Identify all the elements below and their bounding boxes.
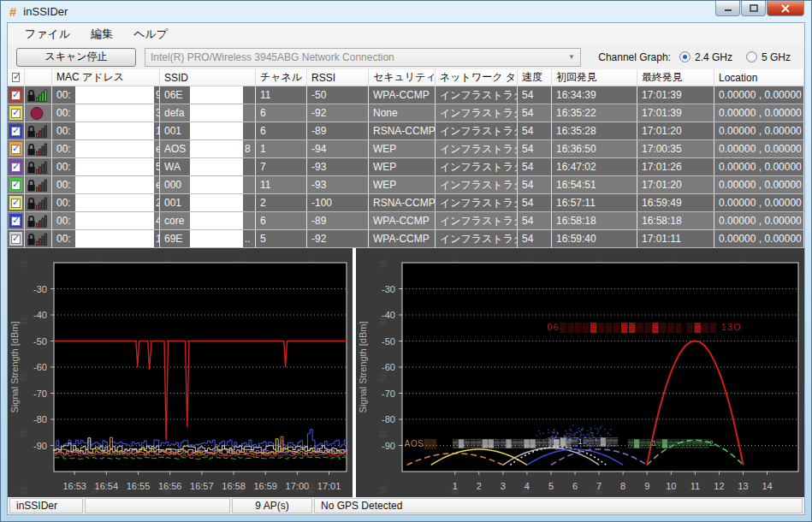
table-row[interactable]: 00:9706E11-50WPA-CCMPインフラストラクチャ5416:34:3… [8, 86, 804, 104]
column-header-0[interactable]: MAC アドレス [52, 69, 160, 86]
svg-text:8: 8 [620, 481, 625, 491]
channel-graph-pane: -90-80-70-60-50-40-301234567891011121314… [356, 248, 804, 497]
ssid-suffix: 8 [243, 143, 251, 155]
svg-text:16:59: 16:59 [253, 481, 277, 491]
row-checkbox-box[interactable] [11, 127, 21, 136]
column-header-7[interactable]: 初回発見 [552, 69, 637, 86]
row-checkbox-box[interactable] [11, 181, 21, 190]
column-header-1[interactable]: SSID [160, 69, 256, 86]
ssid-prefix: 000 [164, 179, 190, 191]
speed-cell: 54 [518, 194, 552, 211]
maximize-button[interactable] [741, 1, 766, 16]
row-checkbox-box[interactable] [11, 109, 21, 118]
channel-cell: 7 [256, 158, 307, 175]
radio-5ghz[interactable]: 5 GHz [746, 51, 791, 63]
table-row[interactable]: 00:56WA7-93WEPインフラストラクチャ5416:47:0217:01:… [8, 158, 804, 176]
row-checkbox[interactable] [8, 140, 25, 157]
select-all-checkbox-box[interactable] [12, 73, 20, 82]
menu-item-1[interactable]: 編集 [80, 24, 123, 44]
ssid-cell: 06E [160, 86, 256, 104]
ssid-prefix: 001 [164, 125, 190, 137]
lock-signal-weak-icon [25, 194, 52, 211]
network_type-cell: インフラストラクチャ [436, 104, 518, 122]
row-checkbox[interactable] [8, 212, 25, 229]
row-checkbox-box[interactable] [11, 234, 21, 244]
last_seen-cell: 16:58:18 [637, 212, 714, 229]
svg-text:10: 10 [666, 481, 676, 491]
close-button[interactable] [767, 1, 804, 16]
ssid-cell: core [160, 212, 256, 229]
mac-address-cell: 00:17 [52, 230, 160, 247]
row-color-frame [9, 88, 22, 102]
mac-censor-block [75, 86, 154, 104]
column-header-3[interactable]: RSSI [307, 69, 369, 86]
row-checkbox[interactable] [8, 230, 25, 247]
open-network-circle-icon [25, 104, 52, 122]
row-color-frame [9, 178, 22, 192]
security-cell: WEP [369, 140, 436, 157]
row-checkbox[interactable] [8, 104, 25, 122]
row-checkbox[interactable] [8, 86, 25, 104]
svg-text:-60: -60 [382, 362, 395, 372]
row-checkbox-box[interactable] [11, 163, 21, 172]
table-row[interactable]: 00:e7AOS81-94WEPインフラストラクチャ5416:36:5017:0… [8, 140, 804, 158]
first_seen-cell: 16:35:28 [552, 122, 637, 139]
menu-item-0[interactable]: ファイル [15, 24, 80, 44]
menu-item-2[interactable]: ヘルプ [123, 24, 178, 44]
svg-text:-70: -70 [382, 389, 395, 399]
time-graph: -90-80-70-60-50-40-3016:5316:5416:5516:5… [8, 248, 353, 497]
table-row[interactable]: 00:e000011-93WEPインフラストラクチャ5416:54:5117:0… [8, 176, 804, 194]
row-checkbox[interactable] [8, 194, 25, 211]
column-header-9[interactable]: Location [714, 69, 804, 86]
title-bar[interactable]: # inSSIDer [1, 1, 811, 22]
mac-suffix: e7 [154, 143, 160, 155]
mac-address-cell: 00:e7 [52, 140, 160, 157]
radio-24ghz[interactable]: 2.4 GHz [679, 51, 732, 63]
table-row[interactable]: 00:30defa6-92Noneインフラストラクチャ5416:35:2217:… [8, 104, 804, 122]
speed-cell: 54 [518, 230, 552, 247]
mac-censor-block [75, 230, 154, 247]
table-row[interactable]: 00:280012-100RSNA-CCMPインフラストラクチャ5416:57:… [8, 194, 804, 212]
table-row[interactable]: 00:47core6-89WPA-CCMPインフラストラクチャ5416:58:1… [8, 212, 804, 230]
mac-prefix: 00: [56, 233, 75, 245]
first_seen-cell: 16:36:50 [552, 140, 637, 157]
table-row[interactable]: 00:100016-89RSNA-CCMPインフラストラクチャ5416:35:2… [8, 122, 804, 140]
close-icon [780, 4, 791, 13]
column-header-4[interactable]: セキュリティ [369, 69, 436, 86]
speed-cell: 54 [518, 176, 552, 193]
row-color-frame [9, 196, 22, 210]
svg-text:16:55: 16:55 [127, 481, 151, 491]
row-checkbox[interactable] [8, 176, 25, 193]
row-checkbox-box[interactable] [11, 199, 21, 208]
row-checkbox[interactable] [8, 122, 25, 139]
svg-text:13: 13 [738, 481, 748, 491]
mac-address-cell: 00:e0 [52, 176, 160, 193]
column-header-8[interactable]: 最終発見 [637, 69, 714, 86]
lock-signal-strong-icon [25, 86, 52, 104]
table-row[interactable]: 00:1769E..5-92WPA-CCMPインフラストラクチャ5416:59:… [8, 230, 804, 248]
charts-area: # # -90-80-70-60-50-40-3016:5316:5416:55… [8, 248, 804, 497]
row-checkbox-box[interactable] [11, 145, 21, 154]
scan-stop-button[interactable]: スキャン停止 [16, 48, 136, 67]
row-checkbox-box[interactable] [11, 217, 21, 226]
network_type-cell: インフラストラクチャ [436, 158, 518, 175]
minimize-button[interactable] [715, 1, 740, 16]
svg-text:5: 5 [548, 481, 554, 491]
mac-suffix: 10 [154, 125, 160, 137]
column-header-2[interactable]: チャネル [256, 69, 307, 86]
ssid-prefix: 001 [164, 197, 190, 209]
row-checkbox[interactable] [8, 158, 25, 175]
adapter-select[interactable]: Intel(R) PRO/Wireless 3945ABG Network Co… [145, 48, 581, 67]
last_seen-cell: 17:00:35 [637, 140, 714, 157]
column-header-5[interactable]: ネットワーク タイプ [436, 69, 518, 86]
svg-text:-90: -90 [382, 441, 395, 451]
mac-suffix: 97 [154, 89, 160, 101]
column-header-6[interactable]: 速度 [518, 69, 552, 86]
last_seen-cell: 17:01:39 [637, 86, 714, 104]
location-cell: 0.00000 , 0.00000 [714, 122, 804, 139]
svg-text:▒▒▓▒▒1▒▒▒▓▒▒: ▒▒▓▒▒1▒▒▒▓▒▒ [548, 437, 619, 447]
svg-text:17:01: 17:01 [317, 481, 341, 491]
row-checkbox-box[interactable] [11, 91, 21, 100]
select-all-checkbox[interactable] [8, 69, 25, 86]
security-cell: RSNA-CCMP [369, 194, 436, 211]
